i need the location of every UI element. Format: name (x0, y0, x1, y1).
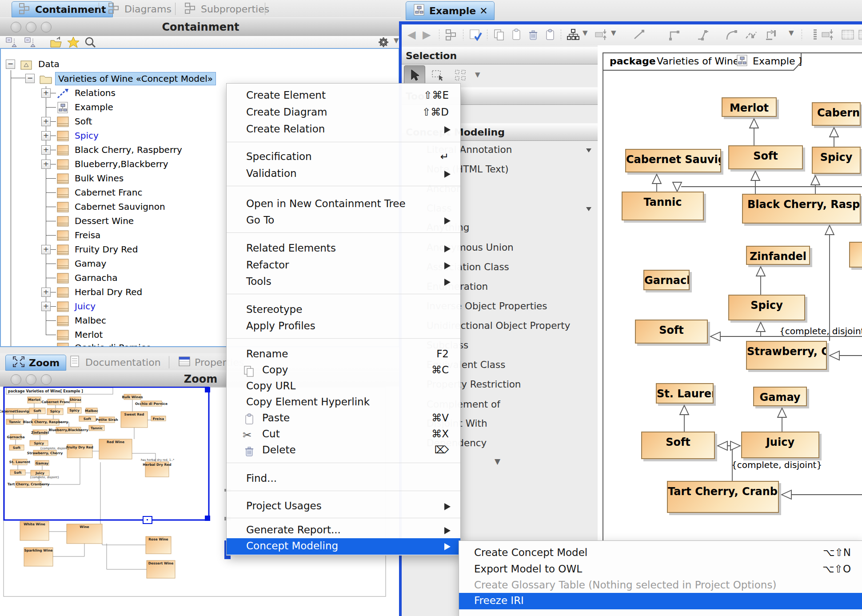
class-box-tart-cherry-cranberry[interactable]: Tart Cherry, Cranberry (667, 481, 779, 513)
tab-containment[interactable]: Containment (12, 1, 113, 17)
tree-row-label[interactable]: Soft (72, 115, 95, 128)
tree-row-label[interactable]: Herbal Dry Red (72, 286, 145, 298)
grid-icon[interactable] (858, 28, 862, 41)
double-elbow-icon[interactable] (696, 28, 710, 41)
window-minimize-button[interactable] (26, 374, 36, 385)
paste-special-icon[interactable] (543, 28, 557, 41)
tree-row-label[interactable]: Example (72, 101, 116, 113)
arc-icon[interactable] (725, 28, 738, 41)
diagram-canvas[interactable]: packageVarieties of Wine[Example ]Merlot… (598, 45, 862, 616)
tab-documentation[interactable]: Documentation (62, 355, 167, 370)
window-minimize-button[interactable] (26, 22, 36, 32)
dropdown-arrow-icon[interactable]: ▼ (789, 28, 802, 41)
class-box-soft[interactable]: Soft (641, 432, 715, 459)
tree-row-label[interactable]: Fruity Dry Red (72, 243, 140, 256)
class-box-st-laurent[interactable]: St. Laurent (656, 383, 714, 404)
forward-icon[interactable]: ▶ (423, 28, 436, 41)
gear-icon[interactable] (377, 36, 390, 48)
window-close-button[interactable] (11, 374, 21, 385)
menu-item-paste[interactable]: Paste⌘V (227, 410, 460, 427)
window-zoom-button[interactable] (41, 374, 52, 385)
expand-toggle[interactable]: + (41, 288, 51, 297)
marquee-tool[interactable] (427, 65, 448, 85)
expand-toggle[interactable]: + (41, 302, 51, 311)
multi-select-tool[interactable] (450, 65, 471, 85)
menu-item-copy-url[interactable]: Copy URL (227, 378, 460, 395)
menu-item-specification[interactable]: Specification↵ (227, 149, 460, 165)
tree-row-label[interactable]: Merlot (72, 328, 105, 341)
menu-item-concept-modeling[interactable]: Concept Modeling (227, 538, 460, 555)
class-box[interactable] (849, 242, 862, 268)
tree-row-label[interactable]: Varieties of Wine «Concept Model» (55, 72, 216, 85)
window-zoom-button[interactable] (41, 22, 52, 32)
tree-row-label[interactable]: Black Cherry, Raspberry (72, 144, 185, 156)
menu-item-refactor[interactable]: Refactor (227, 257, 460, 274)
menu-item-create-concept-model[interactable]: Create Concept Model⌥⇧N (459, 545, 862, 561)
tree-row-label[interactable]: Malbec (72, 314, 109, 327)
tree-row-label[interactable]: Garnacha (72, 272, 120, 284)
tree-row-label[interactable]: Spicy (72, 129, 101, 142)
menu-item-freeze-iri[interactable]: Freeze IRI (459, 593, 862, 609)
copy-icon[interactable] (493, 28, 506, 41)
menu-item-create-glossary-table-nothing-selected-in-project-options[interactable]: Create Glossary Table (Nothing selected … (459, 577, 862, 594)
dropdown-arrow-icon[interactable]: ▼ (611, 28, 624, 41)
class-box-strawberry-cherry[interactable]: Strawberry, Cherry (746, 341, 827, 370)
class-box-garnacha[interactable]: Garnacha (643, 270, 690, 290)
chevron-down-icon[interactable] (586, 207, 591, 211)
tree-row-label[interactable]: Juicy (72, 300, 98, 312)
open-folder-icon[interactable] (50, 36, 63, 48)
tree-layout-icon[interactable] (567, 28, 580, 41)
class-box-merlot[interactable]: Merlot (722, 97, 777, 117)
back-icon[interactable]: ◀ (407, 28, 421, 41)
menu-item-create-diagram[interactable]: Create Diagram⇧⌘D (227, 104, 460, 121)
menu-item-create-element[interactable]: Create Element⇧⌘E (227, 88, 460, 104)
tree-row-label[interactable]: Dessert Wine (72, 215, 136, 227)
class-box-zinfandel[interactable]: Zinfandel (746, 246, 810, 265)
palette-scroll-down-icon[interactable]: ▼ (495, 457, 500, 466)
expand-toggle[interactable]: + (41, 245, 51, 254)
tree-row[interactable]: −Data (1, 57, 399, 71)
tab-example-diagram[interactable]: Example ✕ (406, 1, 495, 20)
collapse-toggle[interactable]: − (25, 74, 35, 83)
menu-item-find[interactable]: Find... (227, 471, 460, 487)
tab-diagrams[interactable]: Diagrams (101, 1, 178, 16)
menu-item-copy-element-hyperlink[interactable]: Copy Element Hyperlink (227, 394, 460, 411)
tree-row-label[interactable]: Relations (72, 87, 118, 99)
menu-item-validation[interactable]: Validation (227, 166, 460, 182)
class-box-soft[interactable]: Soft (728, 145, 803, 169)
menu-item-delete[interactable]: Delete⌦ (227, 442, 460, 459)
tree-row-label[interactable]: Cabernet Sauvignon (72, 200, 168, 213)
collapse-all-icon[interactable] (24, 36, 37, 48)
window-close-button[interactable] (11, 22, 21, 32)
containment-tree-icon[interactable] (445, 28, 458, 41)
tree-row-label[interactable]: Gamay (72, 257, 109, 270)
menu-item-cut[interactable]: ✂Cut⌘X (227, 426, 460, 443)
swimlane-icon[interactable] (764, 28, 777, 41)
menu-item-go-to[interactable]: Go To (227, 212, 460, 229)
search-icon[interactable] (84, 36, 97, 48)
expand-toggle[interactable]: + (41, 145, 51, 155)
tab-zoom[interactable]: Zoom (5, 355, 66, 371)
tree-row-label[interactable]: Occhio di Pernice (72, 341, 154, 347)
grid-icon[interactable] (841, 28, 854, 41)
class-box-spicy[interactable]: Spicy (728, 295, 805, 320)
expand-toggle[interactable]: + (41, 160, 51, 169)
line-icon[interactable] (632, 28, 646, 41)
class-box-cabernet-sauvignon[interactable]: Cabernet Sauvignon (625, 149, 721, 172)
menu-item-create-relation[interactable]: Create Relation (227, 121, 460, 138)
menu-item-rename[interactable]: RenameF2 (227, 346, 460, 363)
class-box-soft[interactable]: Soft (635, 320, 708, 344)
menu-item-apply-profiles[interactable]: Apply Profiles (227, 318, 460, 335)
menu-item-open-in-new-containment-tree[interactable]: Open in New Containment Tree (227, 196, 460, 212)
class-box-cabernet-franc[interactable]: Cabernet Franc (812, 102, 861, 126)
tree-row-label[interactable]: Blueberry,Blackberry (72, 158, 171, 170)
tree-row-label[interactable]: Data (36, 58, 62, 70)
clipboard-icon[interactable] (510, 28, 523, 41)
tree-row-label[interactable]: Bulk Wines (72, 172, 126, 184)
tab-subproperties[interactable]: Subproperties (178, 1, 275, 16)
cursor-tool[interactable] (404, 65, 425, 85)
add-node-icon[interactable] (594, 28, 607, 41)
zigzag-icon[interactable] (744, 28, 758, 41)
resize-icon[interactable] (821, 28, 834, 41)
menu-item-tools[interactable]: Tools (227, 274, 460, 290)
